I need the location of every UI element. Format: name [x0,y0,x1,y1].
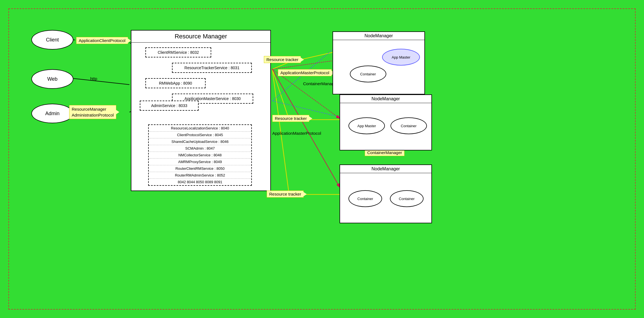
admin-service-box: AdminService : 8033 [140,101,199,111]
inner-service-row: RouterRMAdminService : 8052 [149,172,251,179]
nm2-title: NodeManager [340,95,431,103]
inner-service-row: 8042 8044 8050 8089 8091 [149,179,251,185]
inner-service-row: NMCollectorService : 8048 [149,152,251,159]
svg-line-14 [272,69,340,118]
resource-tracker-label-2: Resource tracker [272,115,309,122]
web-ellipse: Web [31,69,73,89]
svg-line-2 [73,78,129,85]
nm3-title: NodeManager [340,165,431,173]
admin-ellipse: Admin [31,104,73,123]
inner-service-row: RouterClientRMService : 8050 [149,165,251,172]
resource-tracker-label-1: Resource tracker [264,56,301,63]
rm-admin-protocol-label: ResourceManagerAdministrationProtocol [69,105,116,119]
nm2-container: Container [390,117,427,134]
svg-line-15 [272,69,340,187]
nm3-container-b: Container [390,190,424,207]
inner-service-row: ResourceLocalizationService : 8040 [149,125,251,132]
svg-line-12 [272,101,340,117]
http-label: http [90,76,97,81]
resource-manager-box: Resource Manager ClientRMService : 8032 … [131,30,271,191]
inner-service-row: SCMAdmin : 8047 [149,145,251,152]
arrows-overlay [9,9,635,309]
admin-label: Admin [45,111,59,117]
rm-title: Resource Manager [131,31,270,43]
app-client-protocol-label: ApplicationClientProtocol [76,37,128,44]
client-rm-service-box: ClientRMService : 8032 [145,47,211,57]
nm1-container: Container [350,66,386,82]
nm2-app-master: App Master [348,117,385,134]
nm3-box: NodeManager Container Container [340,164,432,223]
web-label: Web [47,76,58,82]
resource-tracker-service-box: ResourceTrackerService : 8031 [172,63,252,73]
app-master-protocol-label-1: ApplicationMasterProtocol [278,69,332,76]
nm1-app-master: App Master [382,49,420,66]
nm3-container-a: Container [348,190,382,207]
inner-service-row: ClientProtocolService : 8045 [149,132,251,138]
inner-services-box: ResourceLocalizationService : 8040 Clien… [148,124,252,186]
app-master-protocol-label-2: ApplicationMasterProtocol [272,131,321,136]
nm1-title: NodeManager [333,32,424,40]
nm2-box: NodeManager App Master Container [340,94,432,150]
svg-line-5 [272,62,289,69]
client-ellipse: Client [31,30,73,50]
resource-tracker-label-3: Resource tracker [267,191,304,198]
inner-service-row: AMRMProxyService : 8049 [149,159,251,165]
inner-service-row: SharedCacheUploadService : 8046 [149,138,251,145]
rm-webapp-box: RMWebApp : 8090 [145,78,206,88]
client-label: Client [46,37,59,43]
svg-line-7 [272,69,289,120]
nm1-box: NodeManager App Master Container [333,31,425,94]
main-canvas: Client Web Admin ApplicationClientProtoc… [8,8,636,310]
